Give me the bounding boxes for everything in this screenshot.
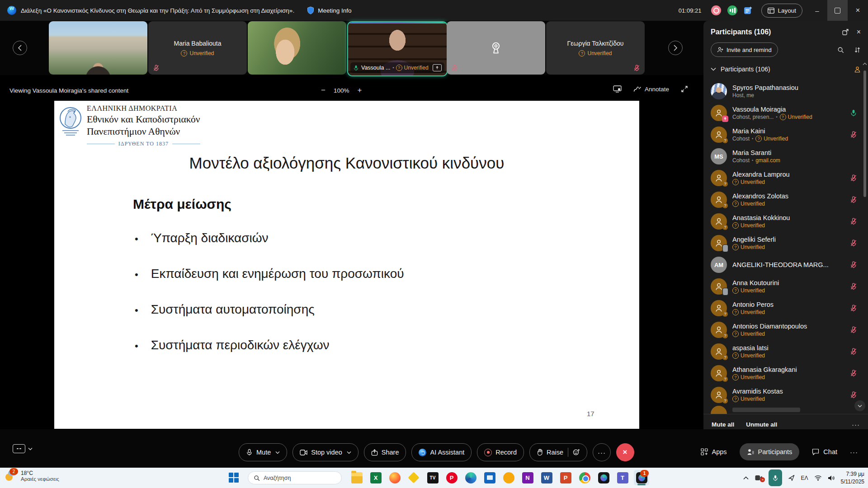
video-tile-georgia[interactable]: Γεωργία Ταλκιτζίδου ?Unverified: [546, 21, 645, 75]
sort-participants-icon[interactable]: [854, 47, 861, 53]
taskbar-app-edge[interactable]: [463, 470, 478, 485]
taskbar-app-amber[interactable]: [501, 470, 516, 485]
participants-button[interactable]: Participants: [740, 443, 800, 460]
participant-mic-icon[interactable]: [850, 239, 857, 247]
participant-row[interactable]: ? Antonios Diamantopoulos ?Unverified: [703, 319, 863, 341]
reactions-smiley-icon[interactable]: [573, 449, 580, 456]
participant-row[interactable]: ? Avramidis Kostas ?Unverified: [703, 384, 863, 406]
tray-overflow-chevron-icon[interactable]: [743, 476, 749, 480]
filmstrip-next-button[interactable]: [668, 41, 683, 55]
taskbar-app-ppt[interactable]: P: [558, 470, 573, 485]
filmstrip-prev-button[interactable]: [13, 41, 27, 55]
taskbar-app-webex[interactable]: [596, 470, 611, 485]
taskbar-app-gem[interactable]: [406, 470, 421, 485]
participant-row[interactable]: Angeliki Seferli ?Unverified: [703, 232, 863, 254]
close-button[interactable]: ×: [848, 0, 868, 21]
record-button[interactable]: Record: [477, 443, 524, 461]
ai-assistant-button[interactable]: AI Assistant: [411, 443, 472, 461]
zoom-in-button[interactable]: +: [357, 86, 362, 95]
notes-icon[interactable]: [744, 6, 752, 15]
camera-off-tray-icon[interactable]: ×: [755, 475, 763, 481]
taskbar-app-webex2[interactable]: 1: [634, 470, 649, 485]
taskbar-app-explorer[interactable]: [349, 470, 364, 485]
minimize-button[interactable]: –: [807, 0, 827, 21]
panel-more-button[interactable]: ···: [852, 421, 860, 428]
video-tile-vassoula-active-speaker[interactable]: Vassoula ... •?Unverified: [347, 21, 448, 76]
taskbar-app-firefox[interactable]: [387, 470, 402, 485]
participant-mic-icon[interactable]: [850, 131, 857, 138]
share-button[interactable]: Share: [364, 443, 406, 461]
participant-mic-icon[interactable]: [850, 218, 857, 225]
weather-widget[interactable]: 2 18°C Αραιές νεφώσεις: [5, 469, 59, 482]
participant-mic-icon[interactable]: [850, 305, 857, 312]
participant-mic-icon[interactable]: [850, 391, 857, 399]
video-tile-maria-babaliouta[interactable]: Maria Babaliouta ?Unverified: [148, 21, 247, 75]
scrollbar-up-icon[interactable]: [863, 62, 867, 66]
volume-icon[interactable]: [828, 475, 835, 481]
wifi-icon[interactable]: [814, 475, 822, 481]
taskbar-app-excel[interactable]: X: [368, 470, 383, 485]
participant-row[interactable]: ? Alexandros Zolotas ?Unverified: [703, 189, 863, 211]
taskbar-app-word[interactable]: W: [539, 470, 554, 485]
scroll-down-button[interactable]: [854, 400, 865, 411]
participant-mic-icon[interactable]: [850, 348, 857, 355]
taskbar-search[interactable]: Αναζήτηση: [248, 471, 342, 484]
taskbar-app-teams[interactable]: T: [615, 470, 630, 485]
participant-mic-icon[interactable]: [850, 109, 857, 117]
more-panels-button[interactable]: ···: [850, 448, 858, 456]
raise-hand-button[interactable]: Raise: [529, 443, 587, 461]
invite-and-remind-button[interactable]: Invite and remind: [711, 42, 778, 57]
chat-button[interactable]: Chat: [812, 448, 837, 455]
taskbar-app-onenote[interactable]: N: [520, 470, 535, 485]
participant-row[interactable]: ? Maria Kaini Cohost• ?Unverified: [703, 124, 863, 145]
share-to-device-icon[interactable]: [613, 85, 622, 93]
participant-row[interactable]: Spyros Papathanasiou Host, me: [703, 80, 863, 102]
layout-button[interactable]: Layout: [761, 4, 802, 18]
chevron-down-icon[interactable]: [275, 451, 280, 454]
participants-scrollbar[interactable]: [863, 70, 866, 197]
participant-mic-icon[interactable]: [850, 196, 857, 203]
participant-mic-icon[interactable]: [850, 261, 857, 268]
close-panel-icon[interactable]: ×: [857, 28, 861, 36]
participant-mic-icon[interactable]: [850, 283, 857, 290]
participant-row[interactable]: MS Maria Saranti Cohost• gmail.com: [703, 145, 863, 167]
stop-video-button[interactable]: Stop video: [292, 443, 359, 461]
apps-button[interactable]: Apps: [701, 448, 727, 455]
participant-mic-icon[interactable]: [850, 370, 857, 377]
mute-button[interactable]: Mute: [239, 443, 287, 461]
leave-meeting-button[interactable]: ×: [616, 443, 634, 461]
participant-row[interactable]: AM ANGELIKI-THEODORA MARG...: [703, 254, 863, 276]
taskbar-app-cal[interactable]: [482, 470, 497, 485]
restore-button[interactable]: [827, 0, 848, 21]
mute-all-button[interactable]: Mute all: [712, 421, 734, 428]
video-tile-1[interactable]: [49, 21, 147, 75]
popout-panel-icon[interactable]: [842, 29, 849, 35]
participant-mic-icon[interactable]: [850, 174, 857, 182]
recording-indicator-icon[interactable]: [711, 5, 721, 15]
start-button[interactable]: [229, 473, 239, 483]
annotate-button[interactable]: Annotate: [633, 86, 669, 93]
language-indicator[interactable]: ΕΛ: [801, 475, 808, 481]
more-options-button[interactable]: ···: [593, 443, 611, 461]
participant-row[interactable]: ? Antonio Peros ?Unverified: [703, 297, 863, 319]
participant-row[interactable]: ? Alexandra Lamprou ?Unverified: [703, 167, 863, 189]
chevron-down-icon[interactable]: [347, 451, 351, 454]
closed-captions-button[interactable]: [13, 444, 33, 453]
participant-row-clipped[interactable]: [703, 406, 863, 414]
taskbar-app-chrome[interactable]: [577, 470, 592, 485]
expand-content-icon[interactable]: [681, 85, 688, 93]
video-tile-3[interactable]: [248, 21, 346, 75]
taskbar-app-tv[interactable]: TV: [425, 470, 440, 485]
participant-row[interactable]: Vassoula Moiragia Cohost, presen...• ?Un…: [703, 102, 863, 124]
meeting-info-button[interactable]: Meeting Info: [318, 7, 351, 14]
taskbar-app-pin[interactable]: P: [444, 470, 459, 485]
participant-row[interactable]: ? aspasia latsi ?Unverified: [703, 341, 863, 362]
search-participants-icon[interactable]: [837, 47, 844, 53]
taskbar-clock[interactable]: 7:39 μμ 5/11/2025: [841, 470, 865, 485]
connection-quality-icon[interactable]: [727, 5, 737, 15]
participants-section-header[interactable]: Participants (106): [703, 61, 868, 77]
participant-row[interactable]: Anna Koutourini ?Unverified: [703, 276, 863, 297]
microphone-active-button[interactable]: [769, 469, 782, 486]
participant-row[interactable]: ? Anastasia Kokkinou ?Unverified: [703, 211, 863, 232]
zoom-out-button[interactable]: −: [321, 86, 326, 95]
